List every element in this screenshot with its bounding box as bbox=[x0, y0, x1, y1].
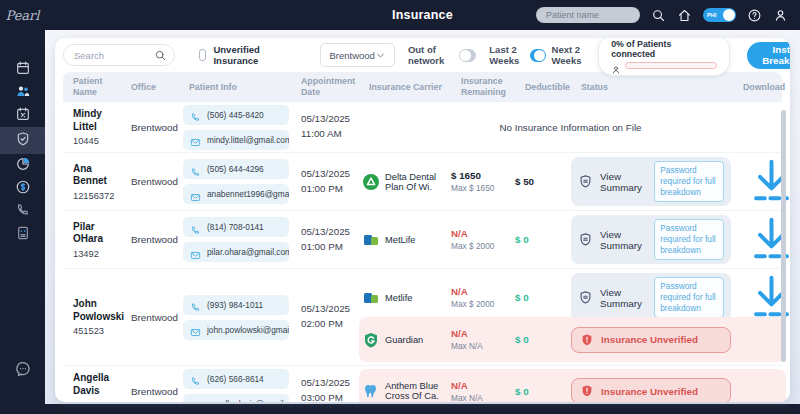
deductible-value: $ 0 bbox=[515, 234, 571, 245]
patients-connected-badge: 0% of Patients connected bbox=[598, 38, 730, 76]
shield-alert-icon bbox=[580, 333, 594, 347]
office-cell: Brentwood bbox=[121, 122, 179, 133]
checkbox-box[interactable] bbox=[199, 49, 206, 61]
insurance-card: Unverified Insurance Brentwood Out of ne… bbox=[55, 38, 790, 402]
phone-icon bbox=[15, 202, 31, 222]
patient-name-cell: Angella Davis 12147932 bbox=[63, 372, 121, 402]
insurance-carrier: MetLife bbox=[359, 232, 451, 248]
phone-number: (505) 644-4296 bbox=[207, 164, 264, 174]
metlife-icon bbox=[363, 290, 379, 306]
phone-icon bbox=[190, 222, 201, 233]
carrier-name: MetLife bbox=[385, 235, 416, 245]
vertical-scrollbar[interactable] bbox=[781, 110, 786, 362]
view-summary-button[interactable]: View Summary Password required for full … bbox=[571, 215, 731, 263]
patient-name: Ana Bennet bbox=[73, 163, 121, 188]
email-address: anabennet1996@gmail.co bbox=[207, 189, 289, 199]
home-icon[interactable] bbox=[677, 8, 692, 23]
instant-breakdown-button[interactable]: Instant Breakdown bbox=[747, 42, 790, 69]
calendar-cancel-icon bbox=[15, 106, 31, 126]
patient-phone[interactable]: (993) 984-1011 bbox=[183, 295, 289, 315]
column-header: Status bbox=[571, 82, 733, 93]
shield-doc-icon bbox=[578, 232, 593, 247]
sidebar-item-workstation[interactable] bbox=[0, 223, 45, 246]
patient-phone[interactable]: (506) 445-8420 bbox=[183, 105, 289, 125]
password-required-note: Password required for full breakdown bbox=[654, 219, 724, 259]
view-summary-label: View Summary bbox=[600, 229, 654, 251]
patients-connected-text: 0% of Patients connected bbox=[611, 39, 717, 59]
phi-toggle-knob bbox=[723, 9, 735, 21]
phone-icon bbox=[190, 109, 201, 120]
out-of-network-toggle[interactable] bbox=[459, 49, 476, 62]
patient-phone[interactable]: (814) 708-0141 bbox=[183, 217, 289, 237]
mail-icon bbox=[190, 134, 201, 145]
help-icon[interactable] bbox=[747, 8, 762, 23]
person-icon bbox=[611, 61, 621, 71]
view-summary-button[interactable]: View Summary Password required for full … bbox=[571, 273, 731, 321]
download-cell bbox=[733, 211, 786, 268]
insurance-remaining: N/A Max N/A bbox=[451, 328, 515, 351]
patient-info-cell: (993) 984-1011 john.powlowski@gmail.co bbox=[179, 295, 291, 340]
search-icon[interactable] bbox=[651, 8, 666, 23]
next-2-weeks-label: Next 2 Weeks bbox=[552, 44, 588, 66]
sidebar-item-patients[interactable] bbox=[0, 81, 45, 104]
patient-info-cell: (505) 644-4296 anabennet1996@gmail.co bbox=[179, 159, 291, 204]
office-select-value: Brentwood bbox=[329, 50, 374, 61]
insurance-unverified-badge: Insurance Unverified bbox=[571, 327, 731, 353]
insurance-details: Anthem Blue Cross Of Ca. N/A Max N/A $ 0… bbox=[359, 366, 786, 402]
patient-email[interactable]: pilar.ohara@gmail.com bbox=[183, 242, 289, 262]
sidebar-item-cancellations[interactable] bbox=[0, 104, 45, 127]
sidebar-item-support-chat[interactable] bbox=[0, 359, 45, 382]
patients-connected-progress bbox=[625, 62, 717, 69]
phi-toggle[interactable]: PHI bbox=[703, 8, 736, 22]
profile-icon[interactable] bbox=[773, 8, 788, 23]
patient-name-input[interactable] bbox=[536, 7, 640, 23]
sidebar-item-insurance[interactable] bbox=[0, 127, 45, 154]
deductible-value: $ 0 bbox=[515, 334, 571, 345]
table-row: Pilar OHara 13492 Brentwood (814) 708-01… bbox=[63, 211, 782, 269]
password-required-note: Password required for full breakdown bbox=[654, 161, 724, 201]
insurance-carrier: Guardian bbox=[359, 332, 451, 348]
calendar-icon bbox=[15, 60, 31, 80]
column-header: Patient Name bbox=[63, 76, 121, 98]
unverified-insurance-checkbox[interactable]: Unverified Insurance bbox=[199, 44, 264, 66]
top-bar: Pearl Insurance PHI bbox=[0, 0, 800, 30]
view-summary-label: View Summary bbox=[600, 171, 654, 193]
insurance-remaining: N/A Max $ 2000 bbox=[451, 228, 515, 251]
table-row: Angella Davis 12147932 Brentwood (626) 5… bbox=[63, 366, 782, 402]
patient-email[interactable]: anabennet1996@gmail.co bbox=[183, 184, 289, 204]
phone-icon bbox=[190, 164, 201, 175]
carrier-line: MetLife N/A Max $ 2000 $ 0 View Summary … bbox=[359, 211, 786, 268]
delta-dental-icon bbox=[363, 174, 379, 190]
email-address: mindy.littel@gmail.com bbox=[207, 135, 289, 145]
weeks-toggle[interactable] bbox=[530, 49, 545, 62]
view-summary-button[interactable]: View Summary Password required for full … bbox=[571, 157, 731, 205]
patient-phone[interactable]: (626) 566-8614 bbox=[183, 369, 289, 389]
insurance-carrier: Delta Dental Plan Of Wi. bbox=[359, 172, 451, 192]
column-header: Insurance Carrier bbox=[359, 82, 451, 93]
status-cell: Insurance Unverified bbox=[571, 378, 733, 402]
workstation-icon bbox=[15, 225, 31, 245]
office-select[interactable]: Brentwood bbox=[320, 43, 394, 67]
patient-name-cell: Mindy Littel 10445 bbox=[63, 108, 121, 146]
phi-toggle-label: PHI bbox=[707, 12, 716, 18]
sidebar-item-schedule[interactable] bbox=[0, 58, 45, 81]
insurance-remaining: $ 1650 Max $ 1650 bbox=[451, 170, 515, 193]
appointment-date-cell: 05/13/202501:00 PM bbox=[291, 225, 359, 254]
sidebar-item-calls[interactable] bbox=[0, 200, 45, 223]
sidebar-item-reports[interactable] bbox=[0, 154, 45, 177]
carrier-line: Guardian N/A Max N/A $ 0 Insurance Unver… bbox=[359, 317, 786, 362]
office-cell: Brentwood bbox=[121, 234, 179, 245]
main-content: Unverified Insurance Brentwood Out of ne… bbox=[45, 30, 800, 404]
patient-email[interactable]: mindy.littel@gmail.com bbox=[183, 130, 289, 150]
sidebar-item-payments[interactable] bbox=[0, 177, 45, 200]
app-logo[interactable]: Pearl bbox=[0, 0, 45, 30]
mail-icon bbox=[190, 247, 201, 258]
patient-id: 12156372 bbox=[73, 191, 121, 201]
carrier-name: Anthem Blue Cross Of Ca. bbox=[385, 381, 451, 401]
pie-chart-icon bbox=[15, 156, 31, 176]
patient-email[interactable]: john.powlowski@gmail.co bbox=[183, 320, 289, 340]
search-icon bbox=[154, 48, 167, 61]
patient-phone[interactable]: (505) 644-4296 bbox=[183, 159, 289, 179]
patient-email[interactable]: angella.davis@gmail.com bbox=[183, 394, 289, 403]
deductible-value: $ 0 bbox=[515, 386, 571, 397]
